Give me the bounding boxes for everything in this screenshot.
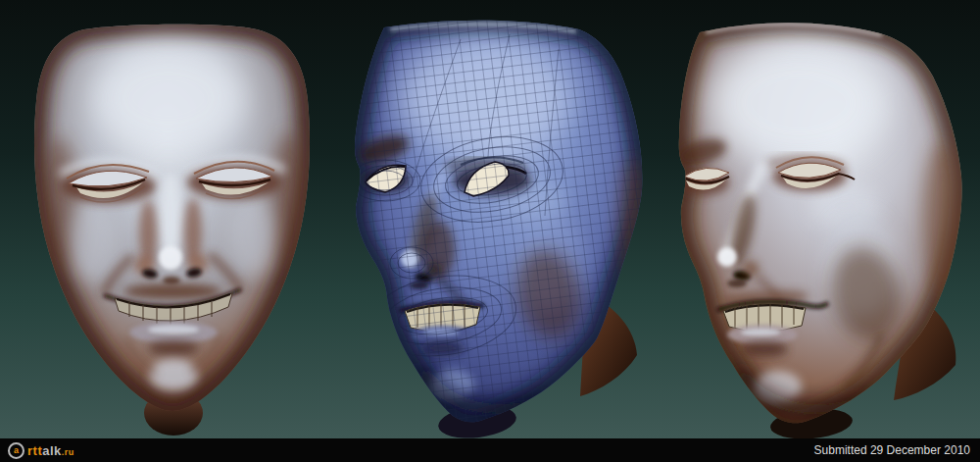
- three-face-renders: [0, 0, 980, 438]
- submitted-date: Submitted 29 December 2010: [814, 443, 970, 457]
- logo-wordmark: rttalk.ru: [27, 444, 74, 457]
- render-canvas: [0, 0, 980, 438]
- face-render-smooth-front: [34, 25, 310, 436]
- face-render-wireframe-three-quarter: [350, 21, 647, 438]
- screenshot-frame: a rttalk.ru Submitted 29 December 2010: [0, 0, 980, 462]
- arttalk-circle-a-icon: a: [8, 442, 24, 459]
- logo-letter-a: a: [14, 445, 19, 454]
- face-render-smooth-three-quarter: [674, 23, 962, 438]
- arttalk-logo[interactable]: a rttalk.ru: [8, 442, 74, 459]
- footer-bar: a rttalk.ru Submitted 29 December 2010: [0, 438, 980, 462]
